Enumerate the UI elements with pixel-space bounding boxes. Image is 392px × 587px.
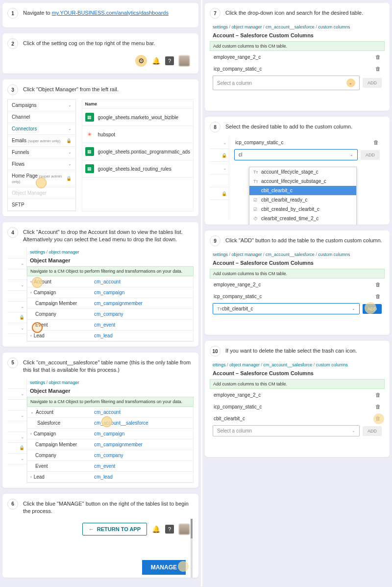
help-icon[interactable]: ? xyxy=(165,56,174,65)
sidebar-strip: ⌄ ⌄ ⌄ 🔒 ⌄ xyxy=(7,248,27,342)
object-row-lead[interactable]: ›Leadcm_lead xyxy=(27,331,193,341)
rail-item-object-manager[interactable]: Object Manager xyxy=(8,187,75,199)
sidebar-strip: ⌄ 🔒 ⌄ 🔒 xyxy=(210,136,229,220)
object-row-account[interactable]: ›Accountcm_account xyxy=(27,277,193,287)
return-to-app-button[interactable]: ←RETURN TO APP xyxy=(82,523,147,536)
breadcrumb: ettings / object manager / cm_account__s… xyxy=(210,360,385,369)
page-title: Account – Salesforce Custom Columns xyxy=(210,31,385,41)
step-number: 1 xyxy=(7,8,18,19)
object-row-campaign[interactable]: ›Campaigncm_campaign xyxy=(27,287,193,298)
rail-item-connectors[interactable]: Connectors⌄ xyxy=(8,123,75,135)
step-7: 7 Click the drop-down icon and search fo… xyxy=(205,3,390,111)
rail-item-home[interactable]: Home Page (super admin only)🔒 xyxy=(8,170,75,187)
page-title: Account – Salesforce Custom Columns xyxy=(210,259,385,269)
rail-item-channel[interactable]: Channel xyxy=(8,111,75,123)
lock-icon: 🔒 xyxy=(66,176,72,181)
dropdown-option[interactable]: ☑cbit_created_by_clearbit_c xyxy=(249,204,356,214)
step-number: 5 xyxy=(7,357,18,368)
table-row[interactable]: ✴hubspot xyxy=(82,126,193,143)
breadcrumb: settings / object manager / cm_account__… xyxy=(210,23,385,31)
tables-list: Name ▦google_sheets.marketo_wout_bizible… xyxy=(82,99,194,211)
dropdown-option[interactable]: Tтaccount_lifecycle_stage_c xyxy=(249,167,356,177)
step-number: 9 xyxy=(210,235,220,246)
step-text: Click the blue "MANAGE" button on the ri… xyxy=(23,499,194,515)
object-row-account[interactable]: ⌄Accountcm_account xyxy=(27,407,193,418)
breadcrumb: settings / object manager / cm_account__… xyxy=(210,250,385,259)
bell-icon[interactable]: 🔔 xyxy=(152,57,160,65)
column-row: icp_company_static_c🗑 xyxy=(210,63,385,75)
object-row-lead[interactable]: ›Leadcm_lead xyxy=(27,472,193,483)
chevron-down-icon: ⌄ xyxy=(350,153,353,157)
step-number: 4 xyxy=(7,227,18,238)
highlight-ring xyxy=(178,561,189,572)
step-number: 3 xyxy=(7,84,18,95)
object-row-campaign[interactable]: ›Campaigncm_campaign xyxy=(27,429,193,439)
step-text: Click of the setting cog on the top righ… xyxy=(23,38,155,47)
step-text: Click "Account" to drop the Account list… xyxy=(23,227,194,244)
column-select[interactable]: Select a column⌄ xyxy=(213,76,360,90)
table-row[interactable]: ▦google_sheets.marketo_wout_bizible xyxy=(82,109,193,126)
column-select[interactable]: Tт cbit_clearbit_c⌄ xyxy=(213,303,360,314)
hubspot-icon: ✴ xyxy=(85,130,94,139)
object-row-event[interactable]: Eventcm_event xyxy=(27,461,193,472)
table-row[interactable]: ▦google_sheets.lead_routing_rules xyxy=(82,160,193,178)
column-select[interactable]: Select a column⌄ xyxy=(213,425,360,436)
column-row: employee_range_2_c🗑 xyxy=(210,51,385,63)
manage-button[interactable]: MANAGE xyxy=(142,560,186,575)
step-number: 7 xyxy=(210,8,220,19)
step-text: Click "cm_account__salesforce" table nam… xyxy=(23,357,194,374)
object-row-company[interactable]: Companycm_company xyxy=(27,450,193,461)
add-button[interactable]: ADD xyxy=(363,78,382,88)
rail-item-flows[interactable]: Flows⌄ xyxy=(8,158,75,170)
nav-link[interactable]: my.YOUR-BUSINESS.com/analytics/dashboard… xyxy=(52,10,169,16)
arrow-left-icon: ← xyxy=(89,526,94,532)
trash-icon[interactable]: 🗑 xyxy=(375,293,381,299)
dropdown-option[interactable]: Tтaccount_lifecycle_substage_c xyxy=(249,177,356,186)
trash-icon[interactable]: 🗑 xyxy=(375,404,381,409)
step-8: 8 Select the desired table to add to the… xyxy=(205,117,390,225)
trash-icon[interactable]: 🗑 xyxy=(375,66,381,72)
dropdown-option[interactable]: ⏱clearbit_created_time_2_c xyxy=(249,214,356,223)
avatar[interactable] xyxy=(179,524,190,535)
page-title: Account – Salesforce Custom Columns xyxy=(210,369,385,379)
column-row: icp_company_static_c🗑 xyxy=(210,401,385,412)
object-row-campaign-member[interactable]: Campaign Membercm_campaignmember xyxy=(27,439,193,450)
dropdown-option[interactable]: ☑cbit_clearbit_ready_c xyxy=(249,195,356,204)
step-1: 1 Navigate to my.YOUR-BUSINESS.com/analy… xyxy=(2,3,198,27)
scrollbar[interactable] xyxy=(191,519,193,578)
gear-icon[interactable]: ⚙ xyxy=(135,55,147,67)
column-row: icp_company_static_c🗑 xyxy=(231,136,383,148)
step-5: 5 Click "cm_account__salesforce" table n… xyxy=(2,353,198,488)
page-title: Object Manager xyxy=(27,387,194,397)
object-row-company[interactable]: Companycm_company xyxy=(27,309,193,320)
rail-item-campaigns[interactable]: Campaigns⌄ xyxy=(8,100,75,111)
dropdown-option[interactable]: ⏱clearbit_modified_time_2_c xyxy=(249,223,356,225)
trash-icon[interactable]: 🗑 xyxy=(375,281,381,287)
rail-item-emails[interactable]: Emails (super admin only)🔒 xyxy=(8,135,75,147)
table-row[interactable]: ▦google_sheets.pontiac_programmatic_ads xyxy=(82,143,193,160)
step-text: Click "Object Manager" from the left rai… xyxy=(23,84,119,93)
column-search[interactable]: cl⌄ xyxy=(234,149,358,160)
sheets-icon: ▦ xyxy=(85,164,94,173)
add-button[interactable]: ADD xyxy=(363,426,382,436)
step-10: 10 If you want to delete the table selec… xyxy=(205,341,390,457)
bell-icon[interactable]: 🔔 xyxy=(152,525,160,533)
breadcrumb: settings / object manager xyxy=(27,378,194,387)
rail-item-funnels[interactable]: Funnels⌄ xyxy=(8,147,75,158)
object-row-event[interactable]: Eventcm_event xyxy=(27,320,193,331)
avatar[interactable] xyxy=(179,55,190,66)
dropdown-option-selected[interactable]: cbit_clearbit_c xyxy=(249,186,356,195)
step-text: Click "ADD" button to add the table to t… xyxy=(225,235,382,244)
help-icon[interactable]: ? xyxy=(165,525,174,534)
object-row-campaign-member[interactable]: Campaign Membercm_campaignmember xyxy=(27,298,193,309)
add-button[interactable]: ADD xyxy=(361,150,380,160)
rail-item-sftp[interactable]: SFTP xyxy=(8,199,75,211)
column-row: icp_company_static_c🗑 xyxy=(210,290,385,302)
trash-icon[interactable]: 🗑 xyxy=(375,415,381,421)
step-text: Click the drop-down icon and search for … xyxy=(225,8,363,17)
object-row-salesforce[interactable]: Salesforcecm_account__salesforce xyxy=(27,418,193,429)
trash-icon[interactable]: 🗑 xyxy=(375,54,381,60)
add-button[interactable]: ADD xyxy=(363,304,382,314)
trash-icon[interactable]: 🗑 xyxy=(373,139,379,145)
trash-icon[interactable]: 🗑 xyxy=(375,392,381,398)
